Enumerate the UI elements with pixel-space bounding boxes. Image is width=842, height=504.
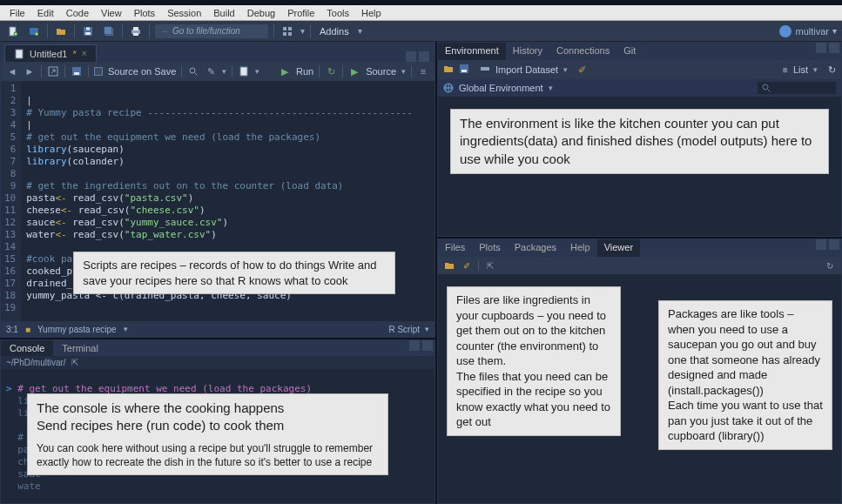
code-area[interactable]: | # Yummy pasta recipe -----------------…: [21, 81, 418, 321]
source-on-save-checkbox[interactable]: [94, 67, 103, 76]
menu-view[interactable]: View: [95, 6, 128, 20]
user-avatar-icon[interactable]: [779, 25, 791, 37]
rerun-icon[interactable]: ↻: [325, 65, 337, 77]
menu-file[interactable]: File: [3, 6, 31, 20]
env-toolbar: Import Dataset ▾ ✐ ≡ List ▾ ↻: [438, 60, 841, 79]
maximize-icon[interactable]: [829, 43, 839, 53]
toolbar-separator: [149, 24, 150, 38]
save-all-icon[interactable]: [101, 24, 117, 39]
run-icon[interactable]: ▶: [279, 65, 291, 77]
save-icon[interactable]: [80, 24, 96, 39]
tab-packages[interactable]: Packages: [508, 239, 563, 257]
svg-rect-12: [283, 27, 286, 30]
main-toolbar: → Go to file/function ▾ Addins ▾ multiva…: [0, 21, 842, 42]
menu-build[interactable]: Build: [207, 6, 240, 20]
console-body[interactable]: > # get out the equipment we need (load …: [1, 369, 434, 504]
goto-file-input[interactable]: → Go to file/function: [155, 24, 268, 38]
tab-viewer[interactable]: Viewer: [597, 239, 640, 257]
wand-icon[interactable]: ✎: [205, 65, 217, 77]
tab-connections[interactable]: Connections: [549, 43, 616, 60]
clear-icon[interactable]: ✐: [578, 64, 586, 76]
maximize-icon[interactable]: [422, 340, 433, 351]
menu-plots[interactable]: Plots: [128, 6, 161, 20]
annotation-environment: The environment is like the kitchen coun…: [450, 109, 829, 174]
viewer-toolbar: ✐ ⇱ ↻: [438, 257, 841, 274]
addins-button[interactable]: Addins: [316, 26, 353, 37]
cursor-position: 3:1: [6, 325, 18, 334]
working-dir: ~/PhD/multivar/: [6, 358, 66, 367]
tab-git[interactable]: Git: [616, 43, 643, 60]
maximize-icon[interactable]: [829, 239, 839, 250]
tab-help[interactable]: Help: [563, 239, 597, 257]
document-icon: [14, 49, 24, 59]
notebook-icon[interactable]: [238, 65, 250, 77]
svg-rect-6: [86, 27, 90, 30]
search-icon: [761, 83, 771, 93]
clear-viewer-icon[interactable]: ✐: [461, 259, 473, 272]
menu-tools[interactable]: Tools: [320, 6, 355, 20]
find-icon[interactable]: [187, 65, 199, 77]
code-editor[interactable]: 1 2 3 4 5 6 7 8 9 10 11 12 13 14 15 16 1…: [1, 81, 434, 321]
language-label[interactable]: R Script: [388, 325, 420, 334]
print-icon[interactable]: [128, 24, 144, 39]
run-button[interactable]: Run: [296, 66, 313, 77]
scope-label[interactable]: Global Environment: [459, 83, 543, 93]
forward-arrow-icon[interactable]: ►: [24, 65, 36, 77]
username[interactable]: multivar: [795, 26, 829, 37]
source-pane: Untitled1* × ◄ ►: [0, 42, 435, 338]
tab-plots[interactable]: Plots: [472, 239, 507, 257]
grid-icon[interactable]: [280, 24, 295, 39]
refresh-icon[interactable]: ↻: [828, 64, 836, 76]
line-number-gutter: 1 2 3 4 5 6 7 8 9 10 11 12 13 14 15 16 1…: [1, 81, 21, 321]
source-button[interactable]: Source: [366, 66, 396, 77]
load-workspace-icon[interactable]: [443, 64, 454, 76]
section-name[interactable]: Yummy pasta recipe: [37, 325, 117, 334]
minimize-icon[interactable]: [816, 239, 826, 250]
menu-session[interactable]: Session: [161, 6, 207, 20]
minimize-icon[interactable]: [409, 340, 420, 351]
tab-files[interactable]: Files: [438, 239, 472, 257]
source-tab[interactable]: Untitled1* ×: [4, 44, 97, 62]
close-tab-icon[interactable]: ×: [82, 49, 87, 58]
source-toolbar: ◄ ► Source on Save ✎ ▾: [1, 62, 434, 81]
tab-console[interactable]: Console: [1, 340, 53, 356]
refresh-icon[interactable]: ↻: [824, 259, 836, 272]
annotation-files: Files are like ingredients in your cupbo…: [447, 286, 621, 436]
minimize-icon[interactable]: [816, 43, 826, 53]
env-search-input[interactable]: [758, 82, 836, 94]
source-play-icon[interactable]: ▶: [348, 65, 360, 77]
minimize-icon[interactable]: [406, 51, 416, 62]
tab-history[interactable]: History: [506, 43, 549, 60]
svg-rect-21: [240, 67, 247, 76]
tab-title: Untitled1: [30, 49, 67, 59]
toolbar-separator: [310, 24, 311, 38]
folder-icon[interactable]: [443, 259, 455, 272]
show-in-new-window-icon[interactable]: [47, 65, 59, 77]
svg-rect-16: [16, 50, 23, 58]
new-project-icon[interactable]: [26, 24, 42, 39]
new-file-icon[interactable]: [5, 24, 21, 39]
save-icon[interactable]: [71, 65, 83, 77]
tab-environment[interactable]: Environment: [438, 43, 506, 60]
maximize-icon[interactable]: [419, 51, 429, 62]
tab-terminal[interactable]: Terminal: [53, 340, 107, 356]
svg-rect-24: [481, 67, 485, 71]
toolbar-separator: [74, 24, 75, 38]
menu-code[interactable]: Code: [60, 6, 95, 20]
import-dataset-button[interactable]: Import Dataset: [495, 64, 558, 75]
back-arrow-icon[interactable]: ◄: [6, 65, 18, 77]
svg-rect-13: [288, 27, 292, 30]
menu-debug[interactable]: Debug: [241, 6, 281, 20]
outline-icon[interactable]: ≡: [417, 65, 429, 77]
save-workspace-icon[interactable]: [459, 64, 469, 76]
viewer-content: Files are like ingredients in your cupbo…: [438, 274, 841, 503]
open-file-icon[interactable]: [53, 24, 69, 39]
list-view-button[interactable]: List: [793, 64, 808, 75]
menu-help[interactable]: Help: [355, 6, 387, 20]
menu-edit[interactable]: Edit: [31, 6, 60, 20]
menu-profile[interactable]: Profile: [281, 6, 320, 20]
import-icon[interactable]: [480, 64, 490, 76]
console-path-bar: ~/PhD/multivar/ ⇱: [1, 356, 434, 369]
popout-icon[interactable]: ⇱: [71, 358, 78, 367]
popout-icon[interactable]: ⇱: [484, 259, 496, 272]
